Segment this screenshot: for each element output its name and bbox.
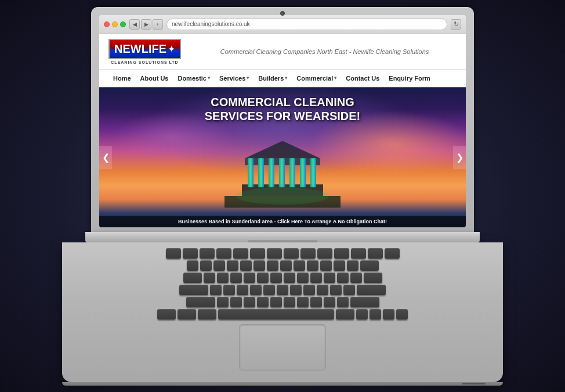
nav-item-domestic[interactable]: Domestic ▾ — [173, 70, 215, 87]
key-return[interactable] — [364, 273, 382, 283]
key-3[interactable] — [227, 260, 238, 271]
key-2[interactable] — [213, 260, 225, 271]
minimize-button[interactable] — [112, 21, 118, 27]
key-f7[interactable] — [284, 248, 299, 259]
key-p[interactable] — [324, 273, 335, 283]
key-f11[interactable] — [351, 248, 366, 259]
key-d[interactable] — [237, 285, 248, 295]
key-v[interactable] — [257, 297, 269, 307]
key-fn-bottom[interactable] — [157, 309, 176, 320]
key-equal[interactable] — [347, 260, 358, 271]
key-g[interactable] — [263, 285, 275, 295]
key-comma[interactable] — [310, 297, 322, 307]
chevron-down-icon: ▾ — [208, 75, 210, 81]
nav-item-contact[interactable]: Contact Us — [341, 70, 384, 87]
key-h[interactable] — [277, 285, 288, 295]
nav-item-home[interactable]: Home — [108, 70, 136, 87]
hero-caption[interactable]: Businesses Based in Sunderland area - Cl… — [99, 216, 466, 227]
key-w[interactable] — [217, 273, 229, 283]
key-c[interactable] — [244, 297, 255, 307]
key-period[interactable] — [324, 297, 335, 307]
touchpad[interactable] — [239, 324, 326, 371]
key-y[interactable] — [270, 273, 282, 283]
key-caps[interactable] — [179, 285, 208, 295]
key-ctrl[interactable] — [178, 309, 196, 320]
address-bar[interactable]: newlifecleaningsolutions.co.uk — [166, 19, 447, 30]
laptop: ◀ ▶ + newlifecleaningsolutions.co.uk ↻ N… — [56, 7, 509, 386]
key-space[interactable] — [218, 309, 334, 320]
nav-item-builders[interactable]: Builders ▾ — [253, 70, 292, 87]
slider-prev-button[interactable]: ❮ — [99, 146, 112, 169]
back-button[interactable]: ◀ — [129, 19, 140, 30]
key-esc[interactable] — [166, 248, 181, 259]
key-power[interactable] — [385, 248, 400, 259]
key-tab[interactable] — [183, 273, 202, 283]
key-u[interactable] — [284, 273, 295, 283]
key-4[interactable] — [240, 260, 252, 271]
key-f8[interactable] — [300, 248, 316, 259]
key-bracket-r[interactable] — [350, 273, 362, 283]
key-f1[interactable] — [183, 248, 198, 259]
key-9[interactable] — [307, 260, 318, 271]
maximize-button[interactable] — [120, 21, 126, 27]
key-row-asdf — [85, 285, 480, 295]
key-f6[interactable] — [267, 248, 282, 259]
key-shift-r[interactable] — [350, 297, 379, 307]
key-f4[interactable] — [233, 248, 248, 259]
nav-item-enquiry[interactable]: Enquiry Form — [384, 70, 435, 87]
key-alt[interactable] — [198, 309, 216, 320]
key-6[interactable] — [267, 260, 278, 271]
key-o[interactable] — [310, 273, 322, 283]
key-minus[interactable] — [334, 260, 345, 271]
key-f3[interactable] — [216, 248, 231, 259]
key-m[interactable] — [297, 297, 309, 307]
key-f[interactable] — [250, 285, 262, 295]
key-s[interactable] — [223, 285, 235, 295]
key-backspace[interactable] — [360, 260, 379, 271]
key-x[interactable] — [230, 297, 242, 307]
key-return2[interactable] — [357, 285, 386, 295]
key-z[interactable] — [217, 297, 229, 307]
key-f9[interactable] — [317, 248, 332, 259]
key-r[interactable] — [244, 273, 255, 283]
key-0[interactable] — [320, 260, 332, 271]
close-button[interactable] — [104, 21, 110, 27]
key-bracket-l[interactable] — [337, 273, 349, 283]
key-7[interactable] — [280, 260, 292, 271]
nav-item-about[interactable]: About Us — [136, 70, 173, 87]
key-8[interactable] — [294, 260, 305, 271]
key-a[interactable] — [210, 285, 222, 295]
key-j[interactable] — [290, 285, 302, 295]
key-semi[interactable] — [330, 285, 342, 295]
key-i[interactable] — [297, 273, 309, 283]
key-5[interactable] — [253, 260, 265, 271]
new-tab-button[interactable]: + — [153, 19, 163, 30]
key-k[interactable] — [303, 285, 315, 295]
key-t[interactable] — [257, 273, 269, 283]
key-b[interactable] — [270, 297, 282, 307]
nav-item-commercial[interactable]: Commercial ▾ — [292, 70, 341, 87]
key-alt-r[interactable] — [336, 309, 354, 320]
key-slash[interactable] — [337, 297, 349, 307]
key-f2[interactable] — [200, 248, 215, 259]
key-quote[interactable] — [343, 285, 355, 295]
key-arrow-left[interactable] — [356, 309, 368, 320]
key-n[interactable] — [284, 297, 295, 307]
key-arrow-up[interactable] — [370, 309, 381, 320]
key-tilde[interactable] — [187, 260, 198, 271]
key-arrow-right[interactable] — [396, 309, 408, 320]
forward-button[interactable]: ▶ — [141, 19, 151, 30]
logo-box[interactable]: NEWLIFE ✦ — [108, 39, 181, 59]
key-q[interactable] — [204, 273, 215, 283]
key-1[interactable] — [200, 260, 212, 271]
key-f5[interactable] — [250, 248, 265, 259]
key-e[interactable] — [230, 273, 242, 283]
key-f10[interactable] — [334, 248, 349, 259]
key-shift-l[interactable] — [186, 297, 215, 307]
key-f12[interactable] — [368, 248, 383, 259]
key-arrow-down[interactable] — [383, 309, 394, 320]
nav-item-services[interactable]: Services ▾ — [215, 70, 253, 87]
key-l[interactable] — [317, 285, 328, 295]
refresh-button[interactable]: ↻ — [451, 19, 461, 30]
slider-next-button[interactable]: ❯ — [453, 146, 466, 169]
